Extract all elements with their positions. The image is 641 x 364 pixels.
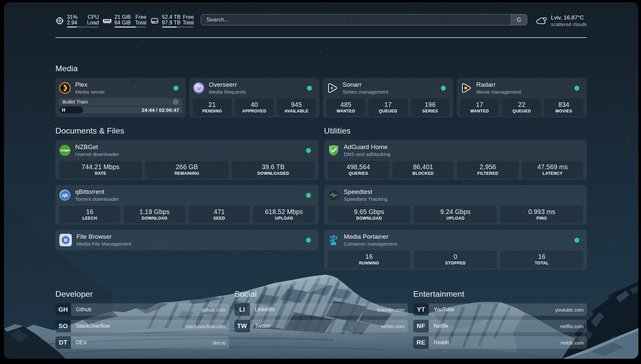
memory-progress-bar <box>114 26 146 28</box>
group-title-media: Media <box>55 64 587 74</box>
memory-free: 21 GiB <box>114 14 131 20</box>
memory-total: 64 GiB <box>114 20 131 25</box>
service-description: DNS and adblocking <box>344 151 390 158</box>
speedtest-icon <box>328 189 340 201</box>
bookmark-abbr: GH <box>55 303 71 316</box>
service-card-overseerr[interactable]: Overseerr Media Requests 21PENDING 40APP… <box>189 78 320 117</box>
cpu-percent: 31% <box>67 14 77 20</box>
status-dot <box>441 86 446 91</box>
stat-queries: 498,564QUERIES <box>328 161 389 179</box>
bookmark-twitter[interactable]: TW Twittertwitter.com <box>234 320 408 332</box>
disk-widget: 52.4 TBFree 97.9 TBTotal <box>150 14 194 28</box>
bookmark-abbr: YT <box>413 303 429 316</box>
cpu-label: CPU <box>88 14 99 20</box>
load-label: Load <box>87 20 99 25</box>
stat-wanted: 17WANTED <box>460 99 499 116</box>
bookmark-stackoverflow[interactable]: SO StackOverflowstackoverflow.com <box>55 320 229 332</box>
bookmark-linkedin[interactable]: LI LinkedInlinkedin.com <box>234 303 408 316</box>
status-dot <box>173 86 178 91</box>
service-description: Torrent downloader <box>75 196 119 202</box>
search-input[interactable] <box>201 15 511 25</box>
service-card-portainer[interactable]: Media Portainer Container management 16R… <box>324 230 587 269</box>
service-card-sonarr[interactable]: Sonarr Series management 485WANTED 17QUE… <box>323 78 453 117</box>
service-card-speedtest[interactable]: Speedtest Speedtest Tracking 9.65 GbpsDO… <box>324 185 587 225</box>
svg-text:nzbget: nzbget <box>60 149 70 152</box>
stat-queued: 22QUEUED <box>502 99 541 116</box>
bookmark-name: LinkedIn <box>255 307 275 313</box>
plex-time: 24:44 / 02:06:47 <box>141 107 182 113</box>
status-dot <box>306 148 311 153</box>
group-documents: Documents & Files nzbget NZBGet Usenet d… <box>55 126 319 269</box>
bookmark-domain: twitter.com <box>381 323 405 329</box>
bookmark-netflix[interactable]: NF Netflixnetflix.com <box>413 320 587 332</box>
plex-elapsed <box>59 106 83 113</box>
stat-download: 9.65 GbpsDOWNLOAD <box>328 206 411 224</box>
bookmark-youtube[interactable]: YT YouTubeyoutube.com <box>413 303 587 316</box>
group-title-documents: Documents & Files <box>55 126 319 136</box>
status-dot <box>307 86 312 91</box>
cpu-load: 2.94 <box>67 20 77 25</box>
resource-widgets: 31%CPU 2.94Load <box>55 14 194 28</box>
top-bar: 31%CPU 2.94Load <box>55 14 587 29</box>
bookmark-domain: reddit.com <box>561 340 584 346</box>
overseerr-icon <box>193 82 205 94</box>
disk-icon <box>150 16 159 25</box>
service-card-qbittorrent[interactable]: qb qBittorrent Torrent downloader 16LEEC… <box>55 185 319 225</box>
stat-pending: 21PENDING <box>193 99 232 116</box>
stat-ping: 0.993 msPING <box>500 206 583 224</box>
stat-seed: 471SEED <box>189 206 250 224</box>
service-description: Series management <box>343 89 388 95</box>
service-description: Container management <box>344 241 397 247</box>
bookmark-domain: netflix.com <box>560 323 584 329</box>
stat-stopped: 0STOPPED <box>414 251 497 268</box>
bookmark-group-social: Social LI LinkedInlinkedin.com TW Twitte… <box>234 289 408 349</box>
filebrowser-icon <box>59 233 72 247</box>
bookmark-abbr: DT <box>55 336 71 349</box>
service-name: AdGuard Home <box>344 143 390 151</box>
service-card-nzbget[interactable]: nzbget NZBGet Usenet downloader 744.21 M… <box>55 140 319 180</box>
service-description: Media server <box>75 89 105 95</box>
status-dot <box>306 238 311 243</box>
stat-remaining: 266 GBREMAINING <box>145 161 229 179</box>
service-card-adguard[interactable]: AdGuard Home DNS and adblocking 498,564Q… <box>324 140 587 180</box>
bookmark-domain: stackoverflow.com <box>185 323 226 329</box>
weather-widget[interactable]: Lviv, 16.87°C scattered clouds <box>536 14 587 28</box>
stat-upload: 618.52 MbpsUPLOAD <box>253 206 315 224</box>
bookmark-github[interactable]: GH Githubgithub.com <box>55 303 229 316</box>
plex-progress-bar[interactable]: 24:44 / 02:06:47 <box>59 106 182 113</box>
disk-progress-bar <box>162 26 194 28</box>
bookmark-name: Reddit <box>434 340 449 346</box>
stat-wanted: 485WANTED <box>326 99 365 116</box>
portainer-icon <box>328 234 340 246</box>
service-name: Media Portainer <box>344 233 397 241</box>
stat-filtered: 2,956FILTERED <box>457 161 518 179</box>
bookmark-dev[interactable]: DT DEVdev.to <box>55 336 229 349</box>
memory-total-label: Total <box>135 20 146 25</box>
service-description: Media File Management <box>76 241 131 247</box>
weather-location-temp: Lviv, 16.87°C <box>551 14 587 21</box>
service-card-plex[interactable]: Plex Media server Bullet Train <box>55 78 186 117</box>
bookmark-abbr: LI <box>234 303 250 316</box>
bookmark-reddit[interactable]: RE Redditreddit.com <box>413 336 587 349</box>
service-description: Movie management <box>476 89 521 95</box>
disk-free: 52.4 TB <box>162 14 180 20</box>
service-card-filebrowser[interactable]: File Browser Media File Management <box>55 230 319 250</box>
service-name: Sonarr <box>343 81 388 89</box>
service-description: Usenet downloader <box>75 151 119 158</box>
service-name: Radarr <box>476 81 521 89</box>
service-description: Media Requests <box>209 89 246 95</box>
search-provider-button[interactable]: G <box>511 15 527 25</box>
svg-text:qb: qb <box>62 193 68 198</box>
service-name: Speedtest <box>344 188 388 196</box>
group-utilities: Utilities <box>324 126 587 269</box>
topbar-divider <box>55 37 587 38</box>
disk-total: 97.9 TB <box>162 20 180 25</box>
bookmark-group-entertainment: Entertainment YT YouTubeyoutube.com NF N… <box>413 289 587 349</box>
bookmark-name: StackOverflow <box>76 323 110 329</box>
search-bar: G <box>201 14 527 25</box>
service-name: qBittorrent <box>75 188 119 196</box>
bookmark-domain: youtube.com <box>555 307 584 313</box>
service-card-radarr[interactable]: Radarr Movie management 17WANTED 22QUEUE… <box>457 78 587 117</box>
service-name: Plex <box>75 81 105 89</box>
service-name: File Browser <box>76 233 131 241</box>
